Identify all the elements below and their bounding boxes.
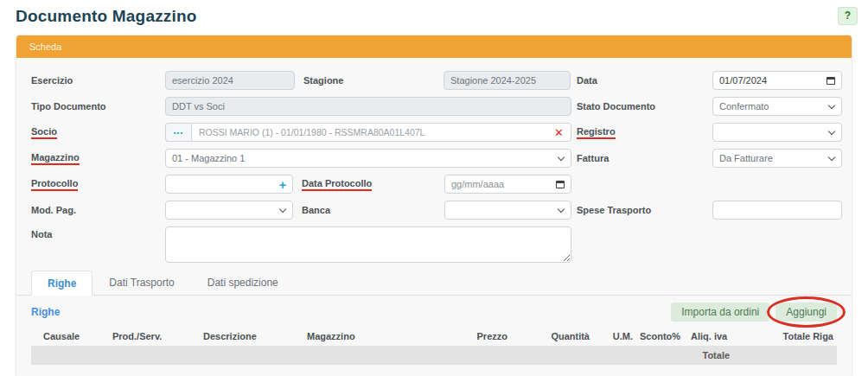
esercizio-input (165, 71, 295, 90)
data-protocollo-input[interactable]: gg/mm/aaaa (444, 175, 571, 194)
protocollo-input-group: + (165, 175, 293, 194)
fattura-selectwrap: Da Fatturare (712, 149, 842, 168)
col-um: U.M. (593, 327, 636, 346)
data-value: 01/07/2024 (719, 75, 767, 86)
row-esercizio: Esercizio Stagione Data 01/07/2024 (31, 71, 837, 90)
table-header-row: Causale Prod./Serv. Descrizione Magazzin… (31, 327, 837, 346)
col-causale: Causale (31, 327, 109, 346)
fattura-label: Fattura (571, 153, 712, 163)
mod-pag-selectwrap (165, 201, 293, 220)
col-descrizione: Descrizione (200, 327, 303, 346)
row-magazzino: Magazzino 01 - Magazzino 1 Fattura Da Fa… (31, 149, 837, 168)
tab-righe[interactable]: Righe (31, 271, 93, 296)
data-protocollo-label: Data Protocollo (293, 178, 444, 191)
calendar-icon[interactable] (827, 77, 835, 85)
title-bar: Documento Magazzino ? (0, 0, 868, 31)
mod-pag-select[interactable] (165, 201, 293, 220)
righe-table: Causale Prod./Serv. Descrizione Magazzin… (31, 327, 837, 365)
col-prod-serv: Prod./Serv. (109, 327, 200, 346)
socio-input[interactable]: ROSSI MARIO (1) - 01/01/1980 - RSSMRA80A… (191, 123, 571, 142)
table-total-row: Totale (31, 346, 837, 365)
banca-selectwrap (444, 201, 571, 220)
col-totale-riga: Totale Riga (749, 327, 837, 346)
tab-dati-spedizione[interactable]: Dati spedizione (191, 270, 295, 295)
tipo-documento-label: Tipo Documento (31, 101, 165, 112)
stagione-label: Stagione (295, 75, 444, 86)
registro-selectwrap (712, 123, 842, 142)
magazzino-label: Magazzino (31, 152, 165, 165)
row-tipo-documento: Tipo Documento Stato Documento Confermat… (31, 97, 837, 116)
spese-trasporto-label: Spese Trasporto (571, 205, 712, 215)
socio-input-group: ••• ROSSI MARIO (1) - 01/01/1980 - RSSMR… (165, 123, 571, 142)
spese-trasporto-input[interactable] (712, 201, 842, 220)
calendar-icon[interactable] (556, 181, 565, 188)
tipo-documento-input (165, 97, 571, 116)
socio-browse-button[interactable]: ••• (165, 123, 191, 142)
clear-icon[interactable]: ✕ (554, 127, 564, 138)
righe-section-bar: Righe Importa da ordini Aggiungi (16, 296, 852, 326)
aggiungi-button[interactable]: Aggiungi (775, 303, 837, 322)
righe-section-title: Righe (31, 306, 60, 318)
total-label: Totale (31, 346, 749, 365)
col-sconto: Sconto% (636, 327, 684, 346)
mod-pag-label: Mod. Pag. (31, 205, 165, 215)
stato-documento-select[interactable]: Confermato (712, 97, 842, 116)
scheda-panel: Scheda Esercizio Stagione Data 01/07/202… (16, 35, 852, 376)
data-protocollo-placeholder: gg/mm/aaaa (451, 179, 504, 189)
magazzino-selectwrap: 01 - Magazzino 1 (165, 149, 571, 168)
nota-textarea[interactable] (165, 226, 571, 263)
document-form: Esercizio Stagione Data 01/07/2024 Tipo … (16, 58, 852, 263)
row-protocollo: Protocollo + Data Protocollo gg/mm/aaaa (31, 175, 837, 194)
col-quantita: Quantità (511, 327, 593, 346)
banca-select[interactable] (444, 201, 571, 220)
importa-da-ordini-button[interactable]: Importa da ordini (671, 303, 769, 322)
plus-icon[interactable]: + (273, 178, 292, 191)
nota-label: Nota (31, 229, 165, 239)
col-magazzino: Magazzino (303, 327, 433, 346)
stato-documento-selectwrap: Confermato (712, 97, 842, 116)
socio-value: ROSSI MARIO (1) - 01/01/1980 - RSSMRA80A… (199, 127, 424, 137)
stagione-input (444, 71, 571, 90)
registro-label: Registro (571, 126, 712, 139)
esercizio-label: Esercizio (31, 75, 165, 86)
stato-documento-label: Stato Documento (571, 101, 712, 112)
aggiungi-annotation-circle: Aggiungi (775, 303, 837, 322)
tab-bar: Righe Dati Trasporto Dati spedizione (16, 270, 852, 296)
tab-dati-trasporto[interactable]: Dati Trasporto (93, 270, 190, 295)
page-title: Documento Magazzino (16, 7, 197, 26)
registro-select[interactable] (712, 123, 842, 142)
fattura-select[interactable]: Da Fatturare (712, 149, 842, 168)
ellipsis-icon: ••• (174, 129, 183, 137)
magazzino-select[interactable]: 01 - Magazzino 1 (165, 149, 571, 168)
socio-label: Socio (31, 126, 165, 139)
protocollo-input[interactable] (166, 176, 273, 192)
col-prezzo: Prezzo (433, 327, 511, 346)
help-button[interactable]: ? (838, 7, 858, 25)
data-input[interactable]: 01/07/2024 (712, 71, 842, 90)
row-modpag-banca: Mod. Pag. Banca Spese Trasporto (31, 201, 837, 220)
panel-header: Scheda (16, 35, 852, 58)
protocollo-label: Protocollo (31, 178, 165, 191)
data-label: Data (571, 75, 712, 86)
col-aliq-iva: Aliq. iva (684, 327, 749, 346)
banca-label: Banca (293, 205, 444, 215)
row-nota: Nota (31, 226, 837, 263)
row-socio: Socio ••• ROSSI MARIO (1) - 01/01/1980 -… (31, 123, 837, 142)
